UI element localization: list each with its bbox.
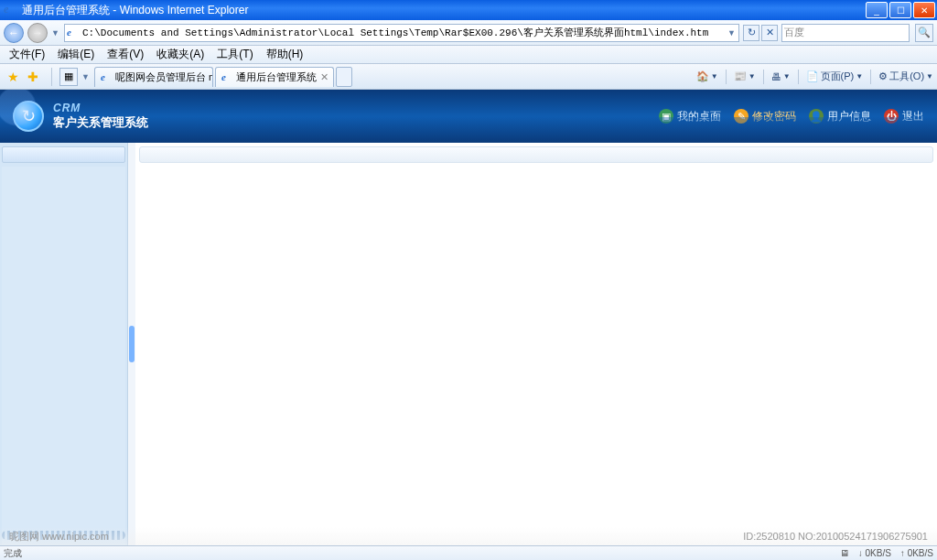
left-sidebar — [0, 143, 128, 545]
search-box[interactable]: 百度 — [781, 24, 910, 42]
menu-tools[interactable]: 工具(T) — [211, 45, 258, 64]
menu-view[interactable]: 查看(V) — [102, 45, 149, 64]
sidebar-body — [2, 167, 125, 545]
page-menu[interactable]: 📄页面(P)▼ — [806, 70, 864, 83]
command-bar: 🏠▼ 📰▼ 🖶▼ 📄页面(P)▼ ⚙工具(O)▼ — [696, 70, 933, 84]
menu-file[interactable]: 文件(F) — [4, 45, 50, 64]
tab-favicon-icon: e — [221, 71, 232, 82]
crm-title: 客户关系管理系统 — [53, 114, 148, 131]
crm-header: ↻ CRM 客户关系管理系统 ▣我的桌面 ✎修改密码 👤用户信息 ⏻退出 — [0, 90, 937, 143]
close-button[interactable]: ✕ — [913, 2, 935, 18]
quick-tabs-icon[interactable]: ▦ — [59, 68, 78, 86]
net-down: ↓ 0KB/S — [858, 548, 891, 558]
ie-icon: e — [4, 3, 18, 17]
nav-history-dropdown[interactable]: ▼ — [51, 28, 60, 38]
home-button[interactable]: 🏠▼ — [696, 70, 718, 82]
window-titlebar: e 通用后台管理系统 - Windows Internet Explorer _… — [0, 0, 937, 20]
sidebar-scrollbar[interactable] — [2, 531, 125, 540]
menu-edit[interactable]: 编辑(E) — [52, 45, 100, 64]
new-tab-button[interactable] — [336, 67, 352, 87]
nav-bar: ← → ▼ e ▼ ↻ ✕ 百度 🔍 — [0, 20, 937, 46]
print-button[interactable]: 🖶▼ — [771, 71, 791, 82]
tab-1[interactable]: e 呢图网会员管理后台 nip... — [94, 67, 213, 87]
refresh-button[interactable]: ↻ — [743, 25, 759, 41]
crm-logo-icon: ↻ — [13, 101, 44, 132]
search-button[interactable]: 🔍 — [915, 24, 933, 42]
crm-tag: CRM — [53, 102, 148, 114]
separator — [870, 70, 871, 84]
separator — [726, 70, 727, 84]
separator — [763, 70, 764, 84]
feeds-button[interactable]: 📰▼ — [734, 70, 756, 82]
tab-1-label: 呢图网会员管理后台 nip... — [115, 70, 213, 84]
main-panel-header — [139, 146, 933, 163]
separator — [51, 68, 52, 86]
window-title: 通用后台管理系统 - Windows Internet Explorer — [22, 3, 248, 18]
status-text: 完成 — [4, 547, 22, 560]
tab-favicon-icon: e — [101, 71, 112, 82]
maximize-button[interactable]: ☐ — [889, 2, 911, 18]
menu-help[interactable]: 帮助(H) — [261, 45, 309, 64]
tab-strip: e 呢图网会员管理后台 nip... e 通用后台管理系统 ✕ — [94, 67, 352, 87]
tab-2-label: 通用后台管理系统 — [236, 70, 317, 84]
tab-close-icon[interactable]: ✕ — [317, 71, 328, 83]
minimize-button[interactable]: _ — [866, 2, 888, 18]
crm-logo: ↻ CRM 客户关系管理系统 — [13, 101, 148, 132]
grip-icon — [129, 326, 135, 362]
zone-icon: 🖥 — [840, 548, 849, 558]
stop-button[interactable]: ✕ — [761, 25, 778, 41]
content-area — [0, 143, 937, 545]
tabs-dropdown[interactable]: ▼ — [81, 72, 91, 81]
header-curve — [183, 117, 937, 143]
menu-bar: 文件(F) 编辑(E) 查看(V) 收藏夹(A) 工具(T) 帮助(H) — [0, 46, 937, 64]
sidebar-header[interactable] — [2, 146, 125, 163]
address-input[interactable] — [82, 27, 727, 38]
menu-favorites[interactable]: 收藏夹(A) — [151, 45, 210, 64]
toolbar: ★ ✚ ▦ ▼ e 呢图网会员管理后台 nip... e 通用后台管理系统 ✕ … — [0, 64, 937, 90]
favorites-star-icon[interactable]: ★ — [4, 68, 22, 86]
search-placeholder: 百度 — [784, 26, 804, 39]
tools-menu[interactable]: ⚙工具(O)▼ — [878, 70, 933, 83]
status-bar: 完成 🖥 ↓ 0KB/S ↑ 0KB/S — [0, 545, 937, 560]
address-favicon-icon: e — [67, 27, 80, 39]
forward-button[interactable]: → — [27, 23, 48, 43]
back-button[interactable]: ← — [4, 23, 24, 43]
main-panel — [135, 143, 937, 545]
address-dropdown[interactable]: ▼ — [727, 28, 737, 38]
net-up: ↑ 0KB/S — [900, 548, 933, 558]
tab-2[interactable]: e 通用后台管理系统 ✕ — [215, 67, 334, 87]
splitter-handle[interactable] — [128, 143, 135, 545]
separator — [798, 70, 799, 84]
address-bar[interactable]: e ▼ — [64, 24, 739, 42]
add-favorite-icon[interactable]: ✚ — [24, 68, 42, 86]
